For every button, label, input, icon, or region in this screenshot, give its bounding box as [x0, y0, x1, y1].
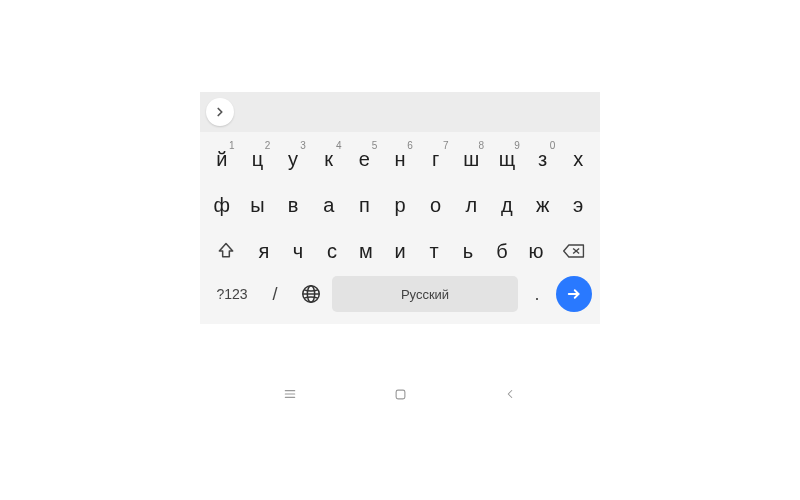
enter-key[interactable]: [556, 276, 592, 312]
key-hint: 0: [550, 140, 556, 151]
language-switch-key[interactable]: [294, 276, 328, 312]
symbols-key[interactable]: ?123: [208, 276, 256, 312]
key-hint: 7: [443, 140, 449, 151]
backspace-key[interactable]: [553, 230, 594, 272]
svg-rect-9: [396, 390, 405, 399]
nav-recent-button[interactable]: [280, 384, 300, 404]
shift-icon: [216, 241, 236, 261]
letter-key[interactable]: щ9: [490, 138, 524, 180]
letter-key[interactable]: к4: [312, 138, 346, 180]
letter-key[interactable]: г7: [419, 138, 453, 180]
navigation-bar: [200, 374, 600, 414]
chevron-right-icon: [213, 105, 227, 119]
letter-key[interactable]: о: [419, 184, 453, 226]
letter-key[interactable]: ж: [526, 184, 560, 226]
letter-key[interactable]: ц2: [241, 138, 275, 180]
keyboard-panel: й1ц2у3к4е5н6г7ш8щ9з0х фывапролджэ ячсмит…: [200, 92, 600, 324]
letter-key[interactable]: н6: [383, 138, 417, 180]
expand-suggestions-button[interactable]: [206, 98, 234, 126]
key-hint: 5: [372, 140, 378, 151]
key-hint: 2: [265, 140, 271, 151]
suggestion-bar: [200, 92, 600, 132]
letter-key[interactable]: ы: [241, 184, 275, 226]
spacebar-key[interactable]: Русский: [332, 276, 518, 312]
letter-key[interactable]: э: [561, 184, 595, 226]
letter-key[interactable]: б: [486, 230, 518, 272]
letter-key[interactable]: х: [561, 138, 595, 180]
letter-key[interactable]: е5: [348, 138, 382, 180]
letter-key[interactable]: а: [312, 184, 346, 226]
key-hint: 1: [229, 140, 235, 151]
letter-key[interactable]: у3: [276, 138, 310, 180]
period-key[interactable]: .: [522, 276, 552, 312]
key-hint: 4: [336, 140, 342, 151]
nav-back-button[interactable]: [500, 384, 520, 404]
letter-key[interactable]: т: [418, 230, 450, 272]
letter-key[interactable]: л: [454, 184, 488, 226]
letter-key[interactable]: в: [276, 184, 310, 226]
letter-key[interactable]: ш8: [454, 138, 488, 180]
key-row-bottom: ?123 / Русский .: [204, 276, 596, 316]
letter-key[interactable]: я: [248, 230, 280, 272]
letter-key[interactable]: м: [350, 230, 382, 272]
letter-key[interactable]: ч: [282, 230, 314, 272]
square-icon: [393, 387, 408, 402]
slash-key[interactable]: /: [260, 276, 290, 312]
letter-key[interactable]: р: [383, 184, 417, 226]
letter-key[interactable]: й1: [205, 138, 239, 180]
letter-key[interactable]: ю: [520, 230, 552, 272]
letter-key[interactable]: п: [348, 184, 382, 226]
key-row-3: ячсмитьбю: [204, 230, 596, 272]
key-hint: 6: [407, 140, 413, 151]
letter-key[interactable]: и: [384, 230, 416, 272]
letter-key[interactable]: ь: [452, 230, 484, 272]
arrow-right-icon: [565, 285, 583, 303]
letter-key[interactable]: ф: [205, 184, 239, 226]
chevron-left-icon: [503, 387, 517, 401]
menu-icon: [282, 386, 298, 402]
keys-area: й1ц2у3к4е5н6г7ш8щ9з0х фывапролджэ ячсмит…: [200, 132, 600, 324]
letter-key[interactable]: с: [316, 230, 348, 272]
nav-home-button[interactable]: [390, 384, 410, 404]
key-hint: 8: [479, 140, 485, 151]
key-row-2: фывапролджэ: [204, 184, 596, 226]
key-hint: 9: [514, 140, 520, 151]
globe-icon: [300, 283, 322, 305]
letter-key[interactable]: д: [490, 184, 524, 226]
key-row-1: й1ц2у3к4е5н6г7ш8щ9з0х: [204, 138, 596, 180]
key-hint: 3: [300, 140, 306, 151]
letter-key[interactable]: з0: [526, 138, 560, 180]
shift-key[interactable]: [206, 230, 247, 272]
backspace-icon: [562, 241, 586, 261]
